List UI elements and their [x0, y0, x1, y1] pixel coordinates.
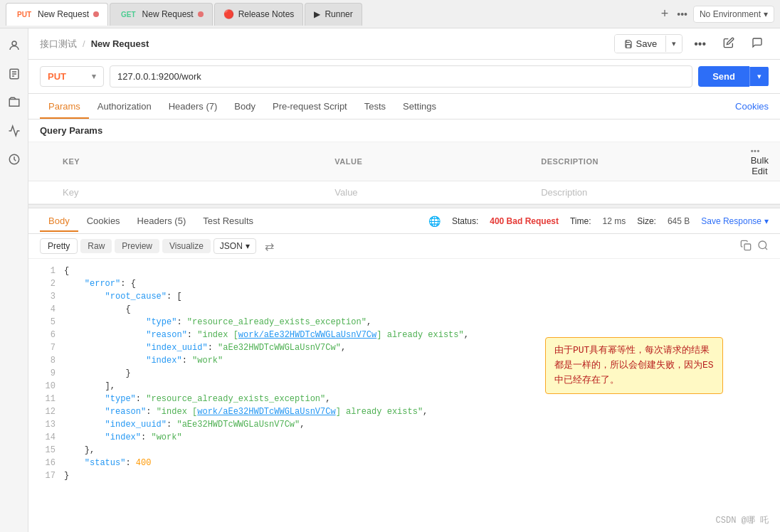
tab-tests[interactable]: Tests [356, 95, 394, 119]
tab-release-notes[interactable]: 🔴 Release Notes [214, 3, 304, 26]
sidebar-icon-docs[interactable] [3, 63, 26, 85]
tab-more-button[interactable]: ••• [677, 9, 687, 20]
tab-add-button[interactable]: + [658, 6, 672, 21]
query-params-label: Query Params [28, 119, 780, 142]
tab-label-put: New Request [38, 9, 89, 19]
content-area: 接口测试 / New Request Save ▾ ••• [28, 28, 780, 532]
resp-tab-test-results[interactable]: Test Results [194, 211, 262, 232]
cookies-link[interactable]: Cookies [735, 101, 769, 112]
format-visualize-button[interactable]: Visualize [162, 239, 211, 253]
tab-method-put: PUT [15, 10, 33, 19]
breadcrumb: 接口测试 / New Request [40, 38, 149, 50]
save-button[interactable]: Save [615, 35, 666, 53]
sidebar-icon-history[interactable] [3, 148, 26, 171]
annotation-text: 由于PUT具有幂等性，每次请求的结果都是一样的，所以会创建失败，因为ES中已经存… [554, 345, 714, 385]
format-raw-button[interactable]: Raw [80, 239, 112, 253]
annotation-box: 由于PUT具有幂等性，每次请求的结果都是一样的，所以会创建失败，因为ES中已经存… [545, 337, 723, 394]
main-layout: 接口测试 / New Request Save ▾ ••• [0, 28, 780, 532]
tab-prerequest[interactable]: Pre-request Script [264, 95, 356, 119]
environment-selector[interactable]: No Environment ▾ [693, 6, 774, 23]
save-response-arrow-icon: ▾ [764, 216, 769, 226]
url-input[interactable] [110, 65, 692, 87]
status-label: Status: [452, 216, 478, 226]
copy-icon [740, 240, 752, 251]
code-line-16: 16 "status": 400 [28, 457, 780, 469]
svg-point-0 [12, 41, 16, 46]
tab-bar: PUT New Request GET New Request 🔴 Releas… [0, 0, 780, 28]
tab-authorization[interactable]: Authorization [89, 95, 160, 119]
code-line-14: 14 "index": "work" [28, 431, 780, 444]
tab-params[interactable]: Params [40, 95, 89, 119]
tab-runner[interactable]: ▶ Runner [305, 3, 362, 26]
params-row-checkbox [28, 181, 51, 204]
edit-button[interactable] [717, 34, 740, 53]
copy-button[interactable] [740, 240, 752, 253]
bulk-edit-button[interactable]: Bulk Edit [751, 155, 769, 176]
tab-put-new-request[interactable]: PUT New Request [6, 3, 108, 26]
params-row-description[interactable]: Description [529, 181, 780, 204]
params-row-key[interactable]: Key [51, 181, 323, 204]
status-value: 400 Bad Request [490, 216, 559, 226]
time-label: Time: [570, 216, 591, 226]
params-placeholder-row: Key Value Description [28, 181, 780, 204]
format-preview-button[interactable]: Preview [115, 239, 159, 253]
tab-body[interactable]: Body [226, 95, 264, 119]
code-line-3: 3 "root_cause": [ [28, 290, 780, 303]
format-bar-right [740, 240, 769, 253]
json-format-selector[interactable]: JSON ▾ [214, 238, 256, 254]
header-more-button[interactable]: ••• [688, 35, 712, 53]
format-pretty-button[interactable]: Pretty [40, 238, 78, 254]
wrap-button[interactable]: ⇄ [265, 240, 274, 253]
method-arrow-icon: ▾ [92, 72, 96, 81]
resp-tab-cookies[interactable]: Cookies [78, 211, 129, 232]
params-col-checkbox [28, 142, 51, 181]
tab-actions: + ••• No Environment ▾ [658, 6, 774, 23]
response-header: Body Cookies Headers (5) Test Results 🌐 … [28, 208, 780, 234]
svg-rect-6 [744, 244, 751, 250]
env-label: No Environment [700, 9, 761, 19]
method-label: PUT [48, 71, 66, 82]
size-label: Size: [637, 216, 656, 226]
tab-label-release: Release Notes [238, 9, 295, 19]
code-line-5: 5 "type": "resource_already_exists_excep… [28, 316, 780, 329]
sidebar-icon-user[interactable] [3, 34, 26, 57]
code-line-11: 11 "type": "resource_already_exists_exce… [28, 393, 780, 405]
params-col-value: VALUE [323, 142, 529, 181]
sidebar-icon-folder[interactable] [3, 91, 26, 114]
tab-icon-runner: ▶ [314, 9, 320, 19]
code-body: 1 { 2 "error": { 3 "root_cause": [ 4 [28, 259, 780, 532]
watermark: CSDN @哪 吒 [716, 514, 769, 526]
tab-icon-release: 🔴 [223, 9, 234, 19]
search-button[interactable] [757, 240, 769, 253]
format-bar: Pretty Raw Preview Visualize JSON ▾ ⇄ [28, 234, 780, 259]
resp-tab-body[interactable]: Body [40, 211, 78, 232]
sidebar-icon-analytics[interactable] [3, 119, 26, 142]
save-dropdown-button[interactable]: ▾ [665, 36, 682, 52]
code-line-1: 1 { [28, 265, 780, 277]
code-line-2: 2 "error": { [28, 277, 780, 290]
sidebar [0, 28, 28, 532]
comment-button[interactable] [746, 34, 769, 53]
method-selector[interactable]: PUT ▾ [40, 66, 104, 87]
tab-settings[interactable]: Settings [394, 95, 445, 119]
params-table: KEY VALUE DESCRIPTION ••• Bulk Edit Key … [28, 142, 780, 204]
tab-headers[interactable]: Headers (7) [160, 95, 226, 119]
svg-line-8 [765, 248, 767, 250]
code-line-12: 12 "reason": "index [work/aEe32HWDTcWWGL… [28, 405, 780, 418]
code-line-17: 17 } [28, 469, 780, 482]
globe-icon: 🌐 [428, 216, 441, 227]
save-response-button[interactable]: Save Response ▾ [701, 216, 769, 226]
tab-get-new-request[interactable]: GET New Request [110, 3, 213, 26]
response-status: 🌐 Status: 400 Bad Request Time: 12 ms Si… [428, 216, 769, 227]
send-button[interactable]: Send [698, 66, 749, 87]
tab-method-get: GET [119, 10, 138, 19]
request-tabs: Params Authorization Headers (7) Body Pr… [28, 94, 780, 119]
resp-tab-headers[interactable]: Headers (5) [129, 211, 195, 232]
save-label: Save [636, 38, 658, 49]
params-row-value[interactable]: Value [323, 181, 529, 204]
params-more-icon[interactable]: ••• [751, 147, 760, 155]
tab-label-get: New Request [142, 9, 194, 19]
send-dropdown-button[interactable]: ▾ [749, 67, 769, 86]
breadcrumb-parent: 接口测试 [40, 38, 77, 50]
comment-icon [752, 37, 763, 48]
